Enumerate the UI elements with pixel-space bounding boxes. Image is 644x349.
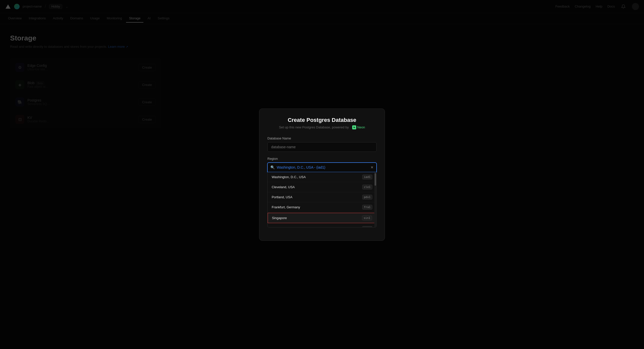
- scrollbar-track: [374, 172, 376, 227]
- db-name-input[interactable]: [267, 142, 377, 152]
- region-name-fra1: Frankfurt, Germany: [272, 205, 360, 209]
- region-name-syd1: Sydney, Australia: [272, 227, 360, 227]
- modal-subtitle-text: Set up this new Postgres Database, power…: [279, 125, 349, 129]
- region-name-sin1: Singapore: [272, 216, 360, 220]
- region-item-fra1[interactable]: Frankfurt, Germany fra1: [268, 202, 376, 212]
- neon-icon: N: [352, 125, 356, 129]
- scrollbar-thumb[interactable]: [375, 173, 376, 186]
- region-code-syd1: syd1: [362, 226, 373, 227]
- region-code-fra1: fra1: [362, 205, 373, 210]
- modal-title: Create Postgres Database: [267, 117, 377, 123]
- region-code-sin1: sin1: [362, 216, 372, 220]
- region-search-container: 🔍 ✕: [267, 163, 377, 172]
- region-code-cle1: cle1: [362, 185, 373, 189]
- region-name-cle1: Cleveland, USA: [272, 185, 360, 189]
- db-name-group: Database Name: [267, 136, 377, 152]
- clear-icon[interactable]: ✕: [371, 165, 374, 169]
- neon-label: Neon: [357, 125, 365, 129]
- region-group: Region 🔍 ✕ Washington, D.C., USA iad1 Cl…: [267, 157, 377, 227]
- region-code-pdx1: pdx1: [362, 195, 373, 200]
- neon-badge: N Neon: [352, 125, 365, 129]
- region-label: Region: [267, 157, 377, 161]
- db-name-label: Database Name: [267, 136, 377, 140]
- region-item-pdx1[interactable]: Portland, USA pdx1: [268, 192, 376, 202]
- region-item-iad1[interactable]: Washington, D.C., USA iad1: [268, 172, 376, 182]
- region-item-sin1[interactable]: Singapore sin1: [268, 213, 376, 223]
- create-postgres-modal: Create Postgres Database Set up this new…: [259, 109, 385, 241]
- modal-overlay[interactable]: Create Postgres Database Set up this new…: [0, 0, 644, 349]
- region-dropdown-wrapper: 🔍 ✕ Washington, D.C., USA iad1 Cleveland…: [267, 163, 377, 227]
- region-item-syd1[interactable]: Sydney, Australia syd1: [268, 224, 376, 227]
- region-dropdown-list: Washington, D.C., USA iad1 Cleveland, US…: [267, 172, 377, 227]
- region-code-iad1: iad1: [362, 175, 373, 179]
- region-item-cle1[interactable]: Cleveland, USA cle1: [268, 182, 376, 192]
- region-search-input[interactable]: [267, 163, 377, 172]
- region-name-pdx1: Portland, USA: [272, 195, 360, 199]
- region-name-iad1: Washington, D.C., USA: [272, 175, 360, 179]
- modal-subtitle: Set up this new Postgres Database, power…: [267, 125, 377, 129]
